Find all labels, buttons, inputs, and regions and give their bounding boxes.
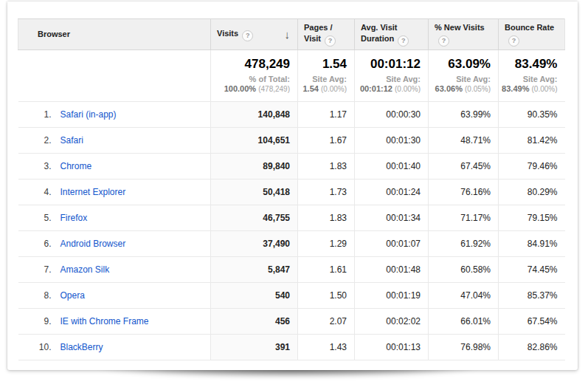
bounce-rate-cell: 84.91%: [499, 231, 565, 257]
table-row: 3.Chrome 89,840 1.83 00:01:40 67.45% 79.…: [18, 154, 565, 179]
new-visits-cell: 76.98%: [429, 335, 499, 360]
table-row: 9.IE with Chrome Frame 456 2.07 00:02:02…: [18, 309, 565, 335]
pages-visit-cell: 1.67: [298, 128, 355, 154]
row-rank: 5.: [18, 213, 52, 223]
summary-caption: % of Total:: [214, 75, 290, 83]
row-rank: 7.: [18, 264, 52, 275]
avg-duration-cell: 00:01:30: [355, 128, 429, 154]
browser-link[interactable]: IE with Chrome Frame: [60, 316, 149, 326]
table-row: 2.Safari 104,651 1.67 00:01:30 48.71% 81…: [18, 128, 565, 154]
column-header-new-visits[interactable]: % New Visits?: [429, 19, 499, 50]
help-icon[interactable]: ?: [325, 35, 336, 47]
pages-visit-cell: 1.73: [298, 179, 355, 205]
browser-link[interactable]: Firefox: [60, 213, 88, 223]
bounce-rate-cell: 90.35%: [499, 102, 565, 128]
column-header-pages-visit[interactable]: Pages / Visit?: [298, 19, 355, 50]
visits-cell: 5,847: [211, 257, 298, 283]
help-icon[interactable]: ?: [508, 35, 519, 47]
avg-duration-cell: 00:01:34: [355, 205, 429, 231]
avg-duration-cell: 00:01:48: [355, 257, 429, 283]
browser-link[interactable]: Safari (in-app): [60, 109, 117, 120]
visits-cell: 104,651: [211, 128, 298, 154]
avg-duration-cell: 00:00:30: [355, 102, 429, 128]
table-row: 8.Opera 540 1.50 00:01:19 47.04% 85.37%: [18, 283, 565, 309]
row-rank: 9.: [18, 316, 52, 326]
table-row: 7.Amazon Silk 5,847 1.61 00:01:48 60.58%…: [18, 257, 565, 283]
browser-link[interactable]: BlackBerry: [60, 342, 103, 352]
column-header-avg-visit-duration[interactable]: Avg. Visit Duration?: [355, 19, 429, 50]
table-row: 1.Safari (in-app) 140,848 1.17 00:00:30 …: [18, 102, 565, 128]
column-header-browser[interactable]: Browser: [18, 19, 211, 50]
help-icon[interactable]: ?: [398, 35, 409, 47]
summary-browser-empty: [18, 50, 211, 102]
summary-value: 63.09%: [432, 57, 491, 72]
new-visits-cell: 76.16%: [429, 179, 499, 205]
visits-cell: 89,840: [211, 154, 298, 179]
pages-visit-cell: 1.83: [298, 154, 355, 179]
summary-avg: 00:01:12: [360, 84, 392, 93]
pages-visit-cell: 1.50: [298, 283, 355, 309]
browser-stats-table: Browser Visits? ↓ Pages / Visit? Avg. Vi…: [18, 18, 565, 360]
summary-caption: Site Avg:: [358, 75, 421, 83]
summary-caption: Site Avg:: [432, 75, 491, 83]
new-visits-cell: 71.17%: [429, 205, 499, 231]
summary-value: 478,249: [214, 57, 290, 72]
summary-value: 00:01:12: [358, 57, 421, 72]
summary-caption: Site Avg:: [502, 75, 558, 83]
column-header-label: Avg. Visit Duration?: [361, 23, 409, 43]
summary-delta: (0.00%): [321, 85, 347, 93]
summary-delta: (0.05%): [465, 85, 491, 93]
bounce-rate-cell: 82.86%: [499, 335, 565, 360]
sort-descending-icon: ↓: [285, 29, 292, 40]
bounce-rate-cell: 80.29%: [499, 179, 565, 205]
visits-cell: 540: [211, 283, 298, 309]
column-header-visits[interactable]: Visits? ↓: [211, 19, 298, 50]
browser-link[interactable]: Opera: [60, 290, 85, 301]
bounce-rate-cell: 79.46%: [499, 154, 565, 179]
summary-visits: 478,249 % of Total: 100.00% (478,249): [211, 50, 298, 102]
bounce-rate-cell: 85.37%: [499, 283, 565, 309]
summary-bounce-rate: 83.49% Site Avg: 83.49% (0.00%): [499, 50, 565, 102]
summary-delta: (0.00%): [395, 85, 421, 93]
bounce-rate-cell: 81.42%: [499, 128, 565, 154]
visits-cell: 37,490: [211, 231, 298, 257]
browser-link[interactable]: Amazon Silk: [60, 264, 110, 275]
summary-value: 83.49%: [502, 57, 558, 72]
summary-row: 478,249 % of Total: 100.00% (478,249) 1.…: [18, 50, 565, 102]
avg-duration-cell: 00:01:13: [355, 335, 429, 360]
pages-visit-cell: 1.17: [298, 102, 355, 128]
table-row: 10.BlackBerry 391 1.43 00:01:13 76.98% 8…: [18, 335, 565, 360]
visits-cell: 456: [211, 309, 298, 335]
summary-avg: 1.54: [303, 84, 319, 93]
visits-cell: 50,418: [211, 179, 298, 205]
row-rank: 3.: [18, 161, 52, 171]
help-icon[interactable]: ?: [242, 30, 253, 41]
new-visits-cell: 48.71%: [429, 128, 499, 154]
table-row: 6.Android Browser 37,490 1.29 00:01:07 6…: [18, 231, 565, 257]
browser-link[interactable]: Internet Explorer: [60, 187, 126, 197]
browser-link[interactable]: Android Browser: [60, 239, 126, 249]
bounce-rate-cell: 79.15%: [499, 205, 565, 231]
summary-value: 1.54: [301, 57, 347, 72]
column-header-label: Pages / Visit?: [304, 23, 336, 43]
bounce-rate-cell: 74.45%: [499, 257, 565, 283]
table-row: 4.Internet Explorer 50,418 1.73 00:01:24…: [18, 179, 565, 205]
summary-caption: Site Avg:: [301, 75, 347, 83]
column-header-label: Visits?: [217, 28, 253, 41]
column-header-bounce-rate[interactable]: Bounce Rate?: [499, 19, 565, 50]
browser-link[interactable]: Chrome: [60, 161, 92, 171]
summary-avg: 100.00%: [224, 84, 256, 93]
pages-visit-cell: 2.07: [298, 309, 355, 335]
summary-delta: (0.00%): [531, 85, 557, 93]
avg-duration-cell: 00:01:24: [355, 179, 429, 205]
column-header-label: Bounce Rate?: [505, 23, 554, 43]
avg-duration-cell: 00:02:02: [355, 309, 429, 335]
new-visits-cell: 67.45%: [429, 154, 499, 179]
help-icon[interactable]: ?: [438, 35, 449, 47]
report-card: Browser Visits? ↓ Pages / Visit? Avg. Vi…: [7, 1, 578, 370]
row-rank: 8.: [18, 290, 52, 301]
row-rank: 4.: [18, 187, 52, 197]
visits-cell: 140,848: [211, 102, 298, 128]
summary-avg: 83.49%: [502, 84, 529, 93]
browser-link[interactable]: Safari: [60, 135, 83, 146]
